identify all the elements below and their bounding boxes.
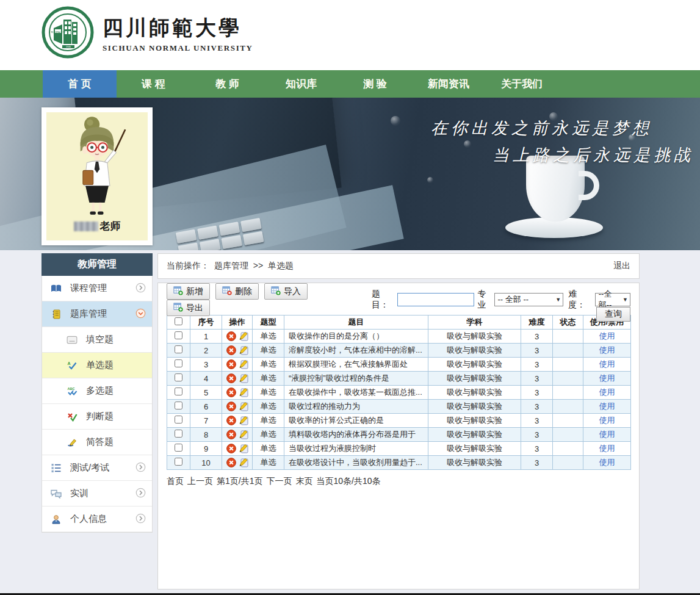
question-type-cell: 单选	[253, 344, 284, 358]
edit-icon[interactable]	[239, 402, 248, 411]
sidebar-title: 教师管理	[41, 253, 153, 276]
difficulty-select[interactable]: --全部--	[595, 293, 630, 306]
select-all-checkbox[interactable]	[175, 317, 182, 325]
edit-icon[interactable]	[239, 416, 248, 425]
edit-icon[interactable]	[239, 345, 248, 355]
logout-link[interactable]: 退出	[613, 261, 630, 272]
row-checkbox[interactable]	[175, 331, 182, 339]
toolbar-button-导入[interactable]: 导入	[264, 283, 308, 300]
row-checkbox[interactable]	[175, 458, 182, 466]
usage-toggle-link[interactable]: 使用	[599, 331, 615, 341]
question-title-cell: 溶解度较小时，气体在液相中的溶解...	[284, 344, 428, 358]
row-checkbox[interactable]	[175, 388, 182, 395]
edit-icon[interactable]	[239, 444, 248, 453]
row-checkbox[interactable]	[175, 373, 182, 381]
delete-icon[interactable]	[226, 331, 236, 341]
pagination-首页[interactable]: 首页	[167, 476, 184, 486]
pagination-上一页[interactable]: 上一页	[187, 476, 213, 486]
edit-icon[interactable]	[239, 430, 248, 439]
sidebar-item-单选题[interactable]: A单选题	[42, 353, 152, 378]
title-search-input[interactable]	[397, 293, 474, 306]
question-title-cell: 根据双膜理论，在气液接触界面处	[284, 358, 428, 372]
edit-icon[interactable]	[239, 373, 248, 383]
row-checkbox[interactable]	[175, 345, 182, 353]
delete-icon[interactable]	[226, 458, 236, 467]
nav-item-新闻资讯[interactable]: 新闻资讯	[412, 70, 485, 98]
sidebar-item-判断题[interactable]: 判断题	[42, 404, 152, 430]
breadcrumb-current: 单选题	[268, 261, 294, 270]
toolbar-button-导出[interactable]: 导出	[167, 300, 210, 316]
question-title-cell: 当吸收过程为液膜控制时	[284, 442, 428, 456]
usage-toggle-link[interactable]: 使用	[599, 430, 615, 439]
row-checkbox[interactable]	[175, 359, 182, 367]
row-checkbox[interactable]	[175, 444, 182, 452]
edit-icon[interactable]	[239, 359, 248, 369]
difficulty-label: 难度：	[568, 289, 591, 311]
usage-toggle-link[interactable]: 使用	[599, 373, 615, 383]
delete-icon[interactable]	[226, 416, 236, 425]
subject-cell: 吸收与解吸实验	[428, 442, 521, 456]
svg-text:1946: 1946	[66, 46, 71, 48]
delete-icon[interactable]	[226, 345, 236, 355]
row-select-cell	[167, 442, 190, 456]
usage-toggle-link[interactable]: 使用	[599, 402, 615, 411]
delete-icon[interactable]	[226, 388, 236, 397]
sidebar-item-个人信息[interactable]: 个人信息	[42, 507, 152, 532]
query-button[interactable]: 查询	[596, 307, 630, 322]
subject-cell: 吸收与解吸实验	[428, 358, 521, 372]
row-checkbox[interactable]	[175, 416, 182, 424]
toolbar-button-label: 导出	[186, 303, 203, 314]
delete-icon[interactable]	[226, 359, 236, 369]
row-select-cell	[167, 400, 190, 414]
status-cell	[553, 428, 583, 442]
question-title-cell: 吸收过程的推动力为	[284, 400, 428, 414]
sidebar-item-填空题[interactable]: 填空题	[42, 327, 152, 353]
nav-item-测验[interactable]: 测 验	[338, 70, 412, 98]
nav-item-首页[interactable]: 首 页	[43, 70, 117, 98]
sidebar-item-题库管理[interactable]: 题库管理	[42, 301, 152, 327]
usage-toggle-link[interactable]: 使用	[599, 444, 615, 453]
usage-toggle-link[interactable]: 使用	[599, 345, 615, 355]
delete-icon[interactable]	[226, 444, 236, 453]
column-header-题目: 题目	[284, 316, 428, 330]
row-ops-cell	[222, 386, 253, 400]
usage-toggle-link[interactable]: 使用	[599, 458, 615, 467]
chevron-right-circle-icon	[135, 462, 146, 474]
pagination-末页[interactable]: 末页	[295, 476, 312, 486]
nav-item-知识库[interactable]: 知识库	[264, 70, 338, 98]
sidebar-item-测试/考试[interactable]: 测试/考试	[42, 455, 152, 481]
row-ops-cell	[222, 330, 253, 344]
toolbar-button-新增[interactable]: 新增	[167, 283, 210, 300]
edit-icon[interactable]	[239, 331, 248, 341]
nav-item-教师[interactable]: 教 师	[190, 70, 264, 98]
major-select[interactable]: -- 全部 --	[494, 293, 564, 306]
difficulty-cell: 3	[521, 414, 553, 428]
delete-icon[interactable]	[226, 402, 236, 411]
row-checkbox[interactable]	[175, 402, 182, 409]
row-ops-cell	[222, 414, 253, 428]
usage-toggle-link[interactable]: 使用	[599, 388, 615, 397]
pagination-第1页/共1页: 第1页/共1页	[217, 476, 262, 486]
delete-icon[interactable]	[226, 373, 236, 383]
usage-toggle-link[interactable]: 使用	[599, 359, 615, 369]
edit-icon[interactable]	[239, 388, 248, 397]
svg-text:四川師範大學: 四川師範大學	[51, 31, 65, 34]
slogan-line2: 当上路之后永远是挑战	[493, 144, 694, 166]
row-checkbox[interactable]	[175, 430, 182, 438]
sidebar-item-课程管理[interactable]: 课程管理	[42, 276, 152, 301]
nav-item-课程[interactable]: 课 程	[117, 70, 190, 98]
main-nav: 首 页课 程教 师知识库测 验新闻资讯关于我们	[0, 70, 700, 98]
row-ops-cell	[222, 344, 253, 358]
toolbar-button-删除[interactable]: 删除	[215, 283, 259, 300]
sidebar-item-简答题[interactable]: 简答题	[42, 430, 152, 455]
sidebar-item-多选题[interactable]: ABC多选题	[42, 378, 152, 404]
table-row: 7单选吸收率的计算公式正确的是吸收与解吸实验3使用	[167, 414, 631, 428]
pagination-下一页[interactable]: 下一页	[266, 476, 292, 486]
usage-cell: 使用	[583, 456, 631, 470]
usage-toggle-link[interactable]: 使用	[599, 416, 615, 425]
delete-icon[interactable]	[226, 430, 236, 439]
edit-icon[interactable]	[239, 458, 248, 467]
sidebar-item-实训[interactable]: 实训	[42, 481, 152, 507]
nav-item-关于我们[interactable]: 关于我们	[485, 70, 558, 98]
chevron-right-circle-icon	[135, 488, 146, 500]
